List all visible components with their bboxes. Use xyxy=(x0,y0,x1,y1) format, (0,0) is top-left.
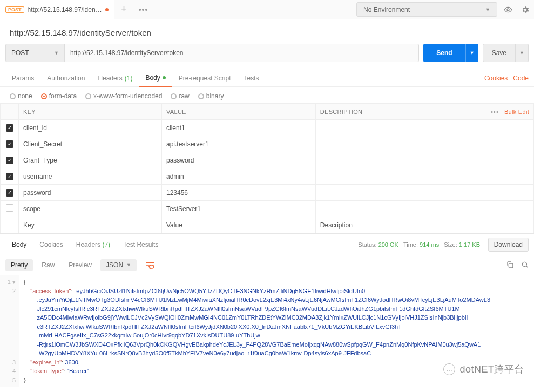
cookies-link[interactable]: Cookies xyxy=(484,75,508,82)
tab-headers[interactable]: Headers (1) xyxy=(91,70,139,87)
response-viewer-bar: Pretty Raw Preview JSON▼ xyxy=(0,255,534,275)
chevron-down-icon: ▼ xyxy=(54,50,59,56)
copy-response-icon[interactable] xyxy=(506,261,513,270)
environment-label: No Environment xyxy=(363,6,410,13)
form-data-table: KEY VALUE DESCRIPTION ••• Bulk Edit ✓cli… xyxy=(0,103,534,233)
resp-tab-cookies[interactable]: Cookies xyxy=(33,241,69,248)
description-cell[interactable] xyxy=(315,185,469,201)
value-cell[interactable]: 123456 xyxy=(162,185,316,201)
radio-none[interactable]: none xyxy=(10,92,32,100)
description-input[interactable]: Description xyxy=(315,217,469,233)
key-cell[interactable]: Client_Secret xyxy=(19,136,162,152)
request-tab[interactable]: POST http://52.15.148.97/identitySer xyxy=(0,0,114,19)
radio-raw[interactable]: raw xyxy=(171,92,189,100)
environment-select[interactable]: No Environment ▼ xyxy=(356,2,497,17)
col-key: KEY xyxy=(19,104,162,120)
request-tabs: Params Authorization Headers (1) Body Pr… xyxy=(0,70,534,87)
request-line: POST ▼ http://52.15.148.97/identityServe… xyxy=(0,44,534,70)
unsaved-dot-icon xyxy=(105,8,109,11)
value-cell[interactable]: TestServer1 xyxy=(162,201,316,217)
table-row-new: KeyValueDescription xyxy=(1,217,534,233)
tab-overflow-button[interactable]: ••• xyxy=(134,0,153,19)
row-checkbox[interactable]: ✓ xyxy=(6,124,13,132)
radio-form-data[interactable]: form-data xyxy=(41,92,77,100)
row-checkbox[interactable]: ✓ xyxy=(6,173,13,180)
resp-tab-body[interactable]: Body xyxy=(5,241,33,248)
table-row: scopeTestServer1 xyxy=(1,201,534,217)
url-input[interactable]: http://52.15.148.97/identityServer/token xyxy=(64,44,419,62)
radio-urlencoded[interactable]: x-www-form-urlencoded xyxy=(85,92,162,100)
top-bar: POST http://52.15.148.97/identitySer + •… xyxy=(0,0,534,19)
table-row: ✓usernameadmin xyxy=(1,168,534,185)
value-cell[interactable]: admin xyxy=(162,168,316,185)
svg-line-4 xyxy=(526,266,528,267)
table-row: ✓password123456 xyxy=(1,185,534,201)
kv-more-icon[interactable]: ••• xyxy=(491,109,499,115)
settings-gear-icon[interactable] xyxy=(517,0,534,19)
viewer-pretty[interactable]: Pretty xyxy=(5,259,33,271)
value-cell[interactable]: api.testserver1 xyxy=(162,136,316,152)
col-value: VALUE xyxy=(162,104,316,120)
col-check xyxy=(1,104,19,120)
tab-method-badge: POST xyxy=(5,6,24,13)
body-type-radios: none form-data x-www-form-urlencoded raw… xyxy=(0,87,534,103)
description-cell[interactable] xyxy=(315,152,469,168)
resp-tab-test-results[interactable]: Test Results xyxy=(117,241,165,248)
description-cell[interactable] xyxy=(315,168,469,185)
description-cell[interactable] xyxy=(315,201,469,217)
chevron-down-icon: ▼ xyxy=(485,7,490,12)
tab-pre-request-script[interactable]: Pre-request Script xyxy=(172,70,238,87)
wrap-toggle-icon[interactable] xyxy=(140,259,160,272)
radio-binary[interactable]: binary xyxy=(198,92,224,100)
key-cell[interactable]: username xyxy=(19,168,162,185)
viewer-preview[interactable]: Preview xyxy=(63,259,97,271)
description-cell[interactable] xyxy=(315,120,469,136)
key-cell[interactable]: password xyxy=(19,185,162,201)
row-checkbox[interactable] xyxy=(6,204,13,212)
row-checkbox[interactable]: ✓ xyxy=(6,189,13,197)
bulk-edit-link[interactable]: Bulk Edit xyxy=(504,109,529,115)
svg-point-0 xyxy=(507,9,509,11)
body-indicator-dot-icon xyxy=(163,76,166,79)
tab-body[interactable]: Body xyxy=(139,70,172,87)
add-tab-button[interactable]: + xyxy=(114,0,134,19)
send-options-button[interactable]: ▼ xyxy=(465,44,478,62)
tab-authorization[interactable]: Authorization xyxy=(40,70,91,87)
resp-tab-headers[interactable]: Headers (7) xyxy=(70,241,117,248)
key-cell[interactable]: scope xyxy=(19,201,162,217)
environment-preview-icon[interactable] xyxy=(499,0,517,19)
key-cell[interactable]: client_id xyxy=(19,120,162,136)
tab-tests[interactable]: Tests xyxy=(237,70,265,87)
description-cell[interactable] xyxy=(315,136,469,152)
value-cell[interactable]: password xyxy=(162,152,316,168)
save-button[interactable]: Save xyxy=(483,44,516,62)
svg-point-3 xyxy=(522,262,526,266)
row-checkbox[interactable]: ✓ xyxy=(6,140,13,148)
table-row: ✓Grant_Typepassword xyxy=(1,152,534,168)
response-tabs: Body Cookies Headers (7) Test Results St… xyxy=(0,233,534,255)
response-meta: Status: 200 OK Time: 914 ms Size: 1.17 K… xyxy=(358,241,480,248)
code-link[interactable]: Code xyxy=(513,75,529,82)
viewer-raw[interactable]: Raw xyxy=(36,259,60,271)
svg-rect-2 xyxy=(509,263,513,268)
method-select[interactable]: POST ▼ xyxy=(5,44,65,62)
response-json: { "access_token": "eyJhbGciOiJSUzI1NiIsI… xyxy=(19,275,534,387)
tab-title: http://52.15.148.97/identitySer xyxy=(28,6,103,13)
value-input[interactable]: Value xyxy=(162,217,316,233)
key-input[interactable]: Key xyxy=(19,217,162,233)
response-body-viewer[interactable]: 1 ▾2345 { "access_token": "eyJhbGciOiJSU… xyxy=(0,275,534,387)
col-description: DESCRIPTION xyxy=(315,104,469,120)
tab-params[interactable]: Params xyxy=(5,70,40,87)
table-row: ✓Client_Secretapi.testserver1 xyxy=(1,136,534,152)
viewer-lang-select[interactable]: JSON▼ xyxy=(100,259,137,271)
request-title: http://52.15.148.97/identityServer/token xyxy=(0,19,534,44)
search-response-icon[interactable] xyxy=(521,261,529,270)
key-cell[interactable]: Grant_Type xyxy=(19,152,162,168)
send-button[interactable]: Send xyxy=(423,44,465,62)
table-row: ✓client_idclient1 xyxy=(1,120,534,136)
download-button[interactable]: Download xyxy=(488,238,529,252)
value-cell[interactable]: client1 xyxy=(162,120,316,136)
line-gutter: 1 ▾2345 xyxy=(0,275,19,387)
save-options-button[interactable]: ▼ xyxy=(516,44,529,62)
row-checkbox[interactable]: ✓ xyxy=(6,157,13,164)
